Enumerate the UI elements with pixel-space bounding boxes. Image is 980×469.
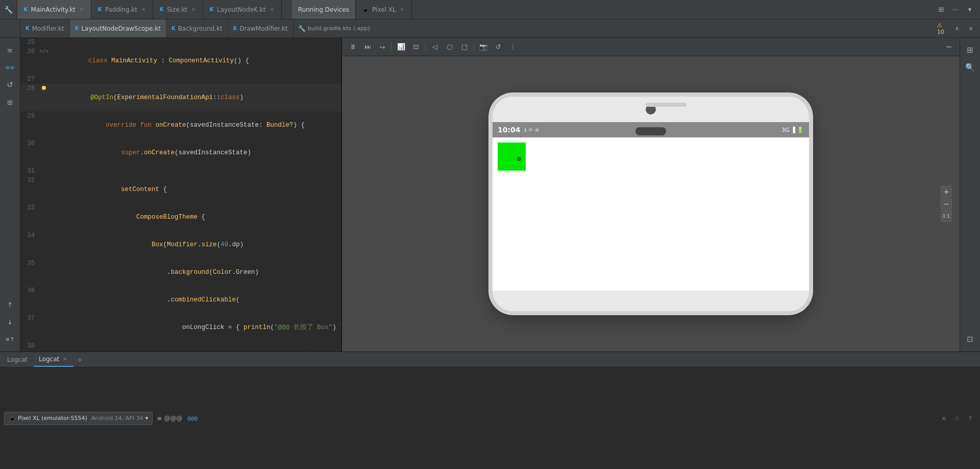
float-zoom-out[interactable]: − [941,198,952,209]
rotate-btn[interactable]: ⊡ [409,40,423,54]
code-line-25: 25 [20,38,341,47]
filter-btn[interactable]: ≡ @@@ [157,415,182,422]
tab-layoutnode[interactable]: K LayoutNodeK.kt × [203,0,281,19]
zoom-in-btn[interactable]: + [942,38,955,40]
top-toolbar-right: ⊞ ⋯ ▾ [935,4,980,16]
tab-mainactivity[interactable]: K MainActivity.kt × [17,0,91,19]
code-line-35: 35 .background(Color.Green) [20,259,341,286]
tab-icon: K [75,26,79,31]
logcat-device-selector[interactable]: 📱 Pixel XL (emulator-5554) Android 14, A… [4,412,153,425]
tab-close-padding[interactable]: × [140,6,146,13]
device-preview-panel: ⏸ ⏭ ↩ 📊 ⊡ ◁ ○ □ 📷 ↺ ⋮ + − ⊡ [342,38,960,351]
logcat-star-btn[interactable]: ☆ [951,413,963,424]
code-line-33: 33 ComposeBlogTheme { [20,203,341,231]
second-toolbar-bar: K Modifier.kt K LayoutNodeDrawScope.kt K… [0,19,980,38]
code-line-27: 27 [20,75,341,84]
reset-btn[interactable]: ↺ [492,40,505,54]
tab-close-mainactivity[interactable]: × [79,6,85,13]
logcat-close-btn[interactable]: × [938,413,949,424]
right-icon-layout[interactable]: ⊞ [962,42,978,58]
tab-icon: K [172,26,176,31]
bottom-toolbar-right: × ☆ ? [938,413,976,424]
signal-label: 3G [781,127,790,133]
square-btn[interactable]: □ [458,40,471,54]
filter-label: @@@ [164,415,182,422]
dropdown-btn[interactable]: ▾ [964,4,976,16]
tab-label: Padding.kt [105,6,137,13]
tab-label: Size.kt [167,6,187,13]
tab-label: DrawModifier.kt [239,25,287,32]
chevron-up-btn[interactable]: ∧ [951,22,963,35]
right-icon-panel[interactable]: ⊡ [962,331,978,347]
tab-icon: K [23,6,28,13]
phone-screen: 10:04 ℹ ⟳ ⊛ 3G ▐ 🔋 [493,122,809,291]
tab-modifier[interactable]: K Modifier.kt [20,19,70,37]
sidebar-icon-structure[interactable]: ≡≡ [2,59,18,76]
phone-mockup: 10:04 ℹ ⟳ ⊛ 3G ▐ 🔋 [493,97,809,311]
main-content-area: ≡ ≡≡ ↺ ⊞ ↑ ↓ ≡↑ 25 26 </> class Mai [0,38,980,351]
tab-background[interactable]: K Background.kt [166,19,228,37]
float-zoom-in[interactable]: + [941,186,952,197]
step-over-btn[interactable]: ⏭ [361,40,374,54]
more-options-btn[interactable]: ⋯ [949,4,962,16]
tab-pixel-xl[interactable]: 📱 Pixel XL × [356,0,412,19]
logcat-filter-area: ≡ @@@ [157,415,182,422]
right-icon-inspect[interactable]: 🔍 [962,59,978,76]
zoom-out-btn[interactable]: − [942,40,955,54]
tab-label: LayoutNodeK.kt [217,6,265,13]
sidebar-icon-menu[interactable]: ≡ [2,42,18,58]
battery-icon: 🔋 [797,127,804,133]
tab-close-size[interactable]: × [190,6,197,13]
window-layout-btn[interactable]: ⊞ [935,4,947,16]
bottom-tab-logcat2[interactable]: Logcat × [34,352,73,367]
code-line-26: 26 </> class MainActivity : ComponentAct… [20,47,341,75]
app-icon-area: 🔧 [0,0,17,19]
bottom-tab-logcat1[interactable]: Logcat [2,352,33,367]
tab-layoutnodedrawscope[interactable]: K LayoutNodeDrawScope.kt [70,19,166,37]
tab-drawmodifier[interactable]: K DrawModifier.kt [228,19,293,37]
camera-btn[interactable]: 📷 [477,40,490,54]
bottom-panel: Logcat Logcat × + 📱 Pixel XL (emulator-5… [0,351,980,469]
bottom-tab-bar: Logcat Logcat × + [0,352,980,367]
code-line-29: 29 override fun onCreate(savedInstanceSt… [20,111,341,139]
tab-label: MainActivity.kt [31,6,76,13]
warning-indicator[interactable]: ⚠ 10 [937,22,949,35]
code-line-34: 34 Box(Modifier.size(40.dp) [20,231,341,259]
tab-running-devices[interactable]: Running Devices [292,0,356,19]
right-sidebar: ⊞ 🔍 ⊡ [960,38,980,351]
tab-padding[interactable]: K Padding.kt × [91,0,153,19]
sidebar-icon-down[interactable]: ↓ [2,314,18,330]
logcat-help-btn[interactable]: ? [965,413,976,424]
back-btn[interactable]: ↩ [376,40,389,54]
tab-size[interactable]: K Size.kt × [153,0,203,19]
screenshot-btn[interactable]: 📊 [395,40,408,54]
top-tab-bar: 🔧 K MainActivity.kt × K Padding.kt × K S… [0,0,980,19]
toolbar-divider-2 [425,42,426,52]
float-zoom-level[interactable]: 1:1 [941,210,952,222]
source-file-tabs: K Modifier.kt K LayoutNodeDrawScope.kt K… [20,19,293,37]
code-editor[interactable]: 25 26 </> class MainActivity : Component… [20,38,341,351]
code-line-32: 32 setContent { [20,176,341,203]
more-btn[interactable]: ⋮ [506,40,520,54]
device-selector-label: Pixel XL (emulator-5554) [18,415,87,421]
sidebar-icon-refresh[interactable]: ↺ [2,77,18,93]
second-bar-right: ⚠ 10 ∧ ∨ [937,22,980,35]
tab-close-pixel-xl[interactable]: × [399,6,405,13]
tab-close-logcat2[interactable]: × [62,356,68,362]
tab-label: Logcat [7,356,28,363]
tab-icon: K [26,26,30,31]
sidebar-icon-up[interactable]: ↑ [2,296,18,313]
device-panel-toolbar: ⏸ ⏭ ↩ 📊 ⊡ ◁ ○ □ 📷 ↺ ⋮ + − ⊡ [342,38,960,56]
circle-btn[interactable]: ○ [443,40,456,54]
build-gradle-tab[interactable]: 🔧 build.gradle.kts (:app) [293,19,374,37]
sidebar-icon-grid[interactable]: ⊞ [2,94,18,110]
home-btn[interactable]: ◁ [428,40,442,54]
tab-close-layoutnode[interactable]: × [268,6,275,13]
add-tab-btn[interactable]: + [75,354,86,365]
pause-btn[interactable]: ⏸ [346,40,359,54]
phone-signal-area: 3G ▐ 🔋 [781,127,804,133]
code-line-30: 30 super.onCreate(savedInstanceState) [20,139,341,167]
chevron-down-btn[interactable]: ∨ [965,22,977,35]
sidebar-icon-list-up[interactable]: ≡↑ [2,331,18,347]
phone-home-pill [635,127,666,135]
